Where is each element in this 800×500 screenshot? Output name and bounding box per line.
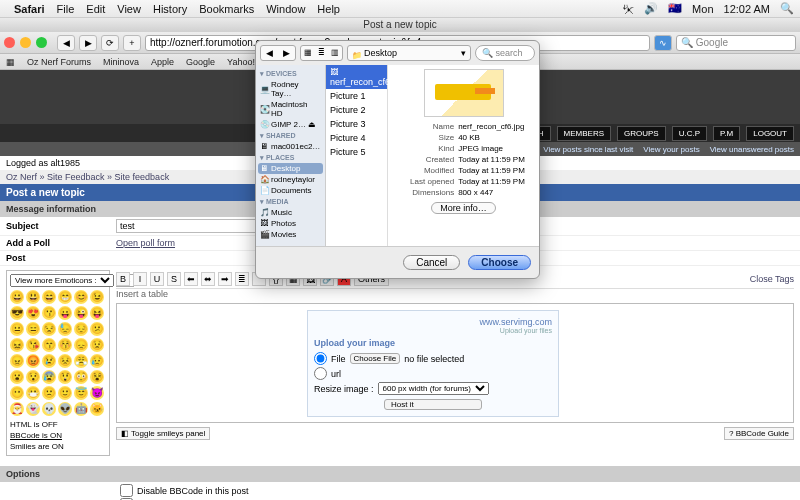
nav-ucp[interactable]: U.C.P: [672, 126, 707, 141]
smiley-icon[interactable]: 😙: [42, 338, 56, 352]
menu-view[interactable]: View: [117, 3, 141, 15]
finder-fwd-button[interactable]: ▶: [278, 46, 295, 60]
smiley-icon[interactable]: 😓: [58, 322, 72, 336]
align-right-button[interactable]: ➡: [218, 272, 232, 286]
file-item[interactable]: Picture 3: [326, 117, 387, 131]
smiley-icon[interactable]: 😟: [90, 338, 104, 352]
smiley-icon[interactable]: 😷: [26, 386, 40, 400]
nav-logout[interactable]: LOGOUT: [746, 126, 794, 141]
list-button[interactable]: ≣: [235, 272, 249, 286]
nav-members[interactable]: MEMBERS: [557, 126, 611, 141]
bookmark-item[interactable]: Mininova: [103, 57, 139, 67]
view-list-button[interactable]: ≣: [315, 46, 328, 60]
location-popup[interactable]: 📁Desktop▾: [347, 45, 471, 61]
link-since-last[interactable]: View posts since last visit: [543, 145, 633, 154]
emote-select[interactable]: View more Emoticons :: [10, 274, 114, 287]
smiley-icon[interactable]: 😯: [26, 370, 40, 384]
menu-window[interactable]: Window: [266, 3, 305, 15]
cancel-button[interactable]: Cancel: [403, 255, 460, 270]
close-icon[interactable]: [4, 37, 15, 48]
flag-icon[interactable]: 🇦🇺: [668, 2, 682, 15]
editor-stage[interactable]: www.servimg.comUpload your files Upload …: [116, 303, 794, 423]
bookmark-item[interactable]: Oz Nerf Forums: [27, 57, 91, 67]
smiley-icon[interactable]: 😝: [90, 306, 104, 320]
open-poll-link[interactable]: Open poll form: [116, 238, 175, 248]
smiley-icon[interactable]: 🙂: [58, 386, 72, 400]
smiley-icon[interactable]: 😎: [10, 306, 24, 320]
strike-button[interactable]: S: [167, 272, 181, 286]
smiley-icon[interactable]: 😵: [90, 370, 104, 384]
wifi-icon[interactable]: ⏧: [623, 3, 634, 15]
sidebar-music[interactable]: 🎵Music: [258, 207, 323, 218]
more-info-button[interactable]: More info…: [431, 202, 496, 214]
resize-select[interactable]: 600 px width (for forums): [378, 382, 489, 395]
file-item[interactable]: Picture 4: [326, 131, 387, 145]
bookmark-item[interactable]: Google: [186, 57, 215, 67]
upload-file-radio[interactable]: [314, 352, 327, 365]
smiley-icon[interactable]: 💀: [42, 402, 56, 416]
smiley-icon[interactable]: 😇: [74, 386, 88, 400]
smiley-icon[interactable]: 😲: [58, 370, 72, 384]
smiley-icon[interactable]: 😢: [42, 354, 56, 368]
smiley-icon[interactable]: 😈: [90, 386, 104, 400]
crumb-cat[interactable]: Site Feedback: [47, 172, 105, 182]
sidebar-shared[interactable]: 🖥mac001ec2…: [258, 141, 323, 152]
forward-button[interactable]: ▶: [79, 35, 97, 51]
bookmark-item[interactable]: Apple: [151, 57, 174, 67]
crumb-root[interactable]: Oz Nerf: [6, 172, 37, 182]
smiley-icon[interactable]: 😳: [74, 370, 88, 384]
finder-search[interactable]: 🔍 search: [475, 45, 535, 61]
crumb-forum[interactable]: Site feedback: [115, 172, 170, 182]
underline-button[interactable]: U: [150, 272, 164, 286]
smiley-icon[interactable]: 😔: [74, 322, 88, 336]
menu-edit[interactable]: Edit: [86, 3, 105, 15]
smiley-icon[interactable]: 😁: [58, 290, 72, 304]
choose-file-button[interactable]: Choose File: [350, 353, 401, 364]
spotlight-icon[interactable]: 🔍: [780, 2, 794, 15]
smiley-icon[interactable]: 😞: [74, 338, 88, 352]
eject-icon[interactable]: ⏏: [308, 120, 316, 129]
file-item[interactable]: Picture 1: [326, 89, 387, 103]
smiley-icon[interactable]: 😊: [74, 290, 88, 304]
smiley-icon[interactable]: 😶: [10, 386, 24, 400]
smiley-icon[interactable]: 😠: [10, 354, 24, 368]
smiley-icon[interactable]: 😃: [26, 290, 40, 304]
sidebar-device[interactable]: 💽Macintosh HD: [258, 99, 323, 119]
align-center-button[interactable]: ⬌: [201, 272, 215, 286]
file-item[interactable]: 🖼 nerf_recon_cf6.jpg: [326, 65, 387, 89]
link-unanswered[interactable]: View unanswered posts: [710, 145, 794, 154]
file-item[interactable]: Picture 2: [326, 103, 387, 117]
choose-button[interactable]: Choose: [468, 255, 531, 270]
opt-bbcode[interactable]: [120, 484, 133, 497]
smiley-icon[interactable]: 😤: [74, 354, 88, 368]
minimize-icon[interactable]: [20, 37, 31, 48]
link-your-posts[interactable]: View your posts: [643, 145, 699, 154]
smiley-icon[interactable]: 😘: [26, 338, 40, 352]
zoom-icon[interactable]: [36, 37, 47, 48]
smiley-icon[interactable]: 😚: [58, 338, 72, 352]
sidebar-desktop[interactable]: 🖥Desktop: [258, 163, 323, 174]
view-col-button[interactable]: ▥: [328, 46, 342, 60]
smiley-icon[interactable]: 🎅: [10, 402, 24, 416]
align-left-button[interactable]: ⬅: [184, 272, 198, 286]
sidebar-movies[interactable]: 🎬Movies: [258, 229, 323, 240]
smiley-icon[interactable]: 🐱: [90, 402, 104, 416]
volume-icon[interactable]: 🔊: [644, 2, 658, 15]
finder-back-button[interactable]: ◀: [261, 46, 278, 60]
smiley-icon[interactable]: 😥: [90, 354, 104, 368]
browser-search[interactable]: 🔍 Google: [676, 35, 796, 51]
bbcode-guide-button[interactable]: ? BBCode Guide: [724, 427, 794, 440]
smiley-icon[interactable]: 😛: [58, 306, 72, 320]
bold-button[interactable]: B: [116, 272, 130, 286]
smiley-icon[interactable]: 🙁: [42, 386, 56, 400]
bookmark-item[interactable]: Yahoo!: [227, 57, 255, 67]
back-button[interactable]: ◀: [57, 35, 75, 51]
upload-url-radio[interactable]: [314, 367, 327, 380]
smiley-icon[interactable]: 😍: [26, 306, 40, 320]
smiley-icon[interactable]: 🤖: [74, 402, 88, 416]
smiley-icon[interactable]: 😐: [10, 322, 24, 336]
view-icon-button[interactable]: ▦: [301, 46, 315, 60]
sidebar-device[interactable]: 💻Rodney Tay…: [258, 79, 323, 99]
smiley-icon[interactable]: 😡: [26, 354, 40, 368]
app-menu[interactable]: Safari: [14, 3, 45, 15]
